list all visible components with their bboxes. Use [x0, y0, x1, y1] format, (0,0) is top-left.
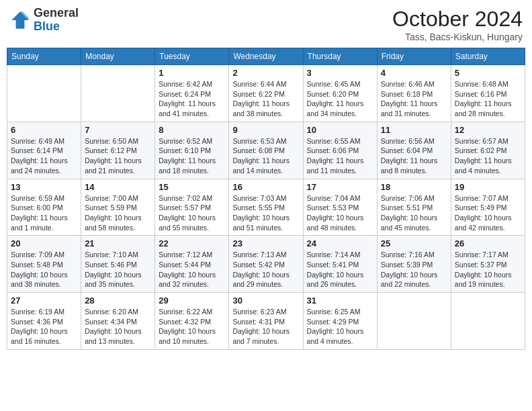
week-row-2: 6Sunrise: 6:49 AM Sunset: 6:14 PM Daylig…	[7, 122, 525, 179]
weekday-header-sunday: Sunday	[7, 48, 81, 65]
calendar-cell	[451, 293, 525, 350]
day-detail: Sunrise: 6:48 AM Sunset: 6:16 PM Dayligh…	[455, 79, 521, 119]
day-number: 30	[232, 295, 299, 306]
weekday-header-saturday: Saturday	[451, 48, 525, 65]
calendar-cell: 26Sunrise: 7:17 AM Sunset: 5:37 PM Dayli…	[451, 236, 525, 293]
calendar-cell: 16Sunrise: 7:03 AM Sunset: 5:55 PM Dayli…	[229, 179, 303, 236]
calendar-cell: 22Sunrise: 7:12 AM Sunset: 5:44 PM Dayli…	[155, 236, 229, 293]
week-row-4: 20Sunrise: 7:09 AM Sunset: 5:48 PM Dayli…	[7, 236, 525, 293]
calendar-cell: 3Sunrise: 6:45 AM Sunset: 6:20 PM Daylig…	[303, 65, 377, 122]
day-number: 26	[455, 238, 521, 248]
day-detail: Sunrise: 7:04 AM Sunset: 5:53 PM Dayligh…	[307, 193, 373, 233]
day-detail: Sunrise: 6:25 AM Sunset: 4:29 PM Dayligh…	[307, 307, 373, 347]
day-number: 18	[381, 182, 447, 192]
weekday-header-monday: Monday	[81, 48, 155, 65]
weekday-header-thursday: Thursday	[303, 48, 377, 65]
day-number: 13	[11, 182, 77, 192]
day-number: 20	[11, 238, 77, 248]
day-number: 5	[455, 68, 521, 78]
calendar-cell: 24Sunrise: 7:14 AM Sunset: 5:41 PM Dayli…	[303, 236, 377, 293]
calendar-cell: 15Sunrise: 7:02 AM Sunset: 5:57 PM Dayli…	[155, 179, 229, 236]
day-number: 14	[85, 182, 151, 192]
day-detail: Sunrise: 7:14 AM Sunset: 5:41 PM Dayligh…	[307, 250, 373, 289]
day-number: 21	[85, 238, 151, 248]
day-number: 7	[85, 125, 151, 135]
day-detail: Sunrise: 6:20 AM Sunset: 4:34 PM Dayligh…	[85, 307, 151, 347]
calendar-cell	[377, 293, 451, 350]
day-detail: Sunrise: 7:12 AM Sunset: 5:44 PM Dayligh…	[159, 250, 225, 289]
calendar-cell: 11Sunrise: 6:56 AM Sunset: 6:04 PM Dayli…	[377, 122, 451, 179]
day-number: 2	[232, 68, 299, 78]
day-detail: Sunrise: 6:23 AM Sunset: 4:31 PM Dayligh…	[232, 307, 299, 347]
day-detail: Sunrise: 6:57 AM Sunset: 6:02 PM Dayligh…	[455, 136, 521, 176]
calendar-cell: 20Sunrise: 7:09 AM Sunset: 5:48 PM Dayli…	[7, 236, 81, 293]
day-detail: Sunrise: 6:45 AM Sunset: 6:20 PM Dayligh…	[307, 79, 373, 119]
day-detail: Sunrise: 6:46 AM Sunset: 6:18 PM Dayligh…	[381, 79, 447, 119]
day-number: 31	[307, 295, 373, 306]
day-detail: Sunrise: 6:22 AM Sunset: 4:32 PM Dayligh…	[159, 307, 225, 347]
day-number: 11	[381, 125, 447, 135]
day-detail: Sunrise: 6:56 AM Sunset: 6:04 PM Dayligh…	[381, 136, 447, 176]
day-number: 16	[232, 182, 299, 192]
day-number: 24	[307, 238, 373, 248]
calendar-cell: 10Sunrise: 6:55 AM Sunset: 6:06 PM Dayli…	[303, 122, 377, 179]
day-number: 23	[232, 238, 299, 248]
day-detail: Sunrise: 7:09 AM Sunset: 5:48 PM Dayligh…	[11, 250, 77, 289]
calendar-cell	[81, 65, 155, 122]
calendar-cell: 14Sunrise: 7:00 AM Sunset: 5:59 PM Dayli…	[81, 179, 155, 236]
calendar-cell	[7, 65, 81, 122]
calendar-cell: 2Sunrise: 6:44 AM Sunset: 6:22 PM Daylig…	[229, 65, 303, 122]
day-number: 28	[85, 295, 151, 306]
day-detail: Sunrise: 7:00 AM Sunset: 5:59 PM Dayligh…	[85, 193, 151, 233]
day-number: 9	[232, 125, 299, 135]
calendar-cell: 30Sunrise: 6:23 AM Sunset: 4:31 PM Dayli…	[229, 293, 303, 350]
calendar-cell: 17Sunrise: 7:04 AM Sunset: 5:53 PM Dayli…	[303, 179, 377, 236]
calendar-cell: 1Sunrise: 6:42 AM Sunset: 6:24 PM Daylig…	[155, 65, 229, 122]
calendar-cell: 9Sunrise: 6:53 AM Sunset: 6:08 PM Daylig…	[229, 122, 303, 179]
day-detail: Sunrise: 6:52 AM Sunset: 6:10 PM Dayligh…	[159, 136, 225, 176]
week-row-5: 27Sunrise: 6:19 AM Sunset: 4:36 PM Dayli…	[7, 293, 525, 350]
day-detail: Sunrise: 7:02 AM Sunset: 5:57 PM Dayligh…	[159, 193, 225, 233]
calendar-cell: 25Sunrise: 7:16 AM Sunset: 5:39 PM Dayli…	[377, 236, 451, 293]
day-detail: Sunrise: 7:17 AM Sunset: 5:37 PM Dayligh…	[455, 250, 521, 289]
calendar-cell: 18Sunrise: 7:06 AM Sunset: 5:51 PM Dayli…	[377, 179, 451, 236]
day-detail: Sunrise: 6:53 AM Sunset: 6:08 PM Dayligh…	[232, 136, 299, 176]
week-row-3: 13Sunrise: 6:59 AM Sunset: 6:00 PM Dayli…	[7, 179, 525, 236]
calendar-cell: 29Sunrise: 6:22 AM Sunset: 4:32 PM Dayli…	[155, 293, 229, 350]
weekday-header-friday: Friday	[377, 48, 451, 65]
day-number: 8	[159, 125, 225, 135]
day-number: 15	[159, 182, 225, 192]
logo: General Blue	[9, 7, 79, 34]
calendar-cell: 8Sunrise: 6:52 AM Sunset: 6:10 PM Daylig…	[155, 122, 229, 179]
calendar-cell: 28Sunrise: 6:20 AM Sunset: 4:34 PM Dayli…	[81, 293, 155, 350]
calendar-cell: 7Sunrise: 6:50 AM Sunset: 6:12 PM Daylig…	[81, 122, 155, 179]
logo-text: General Blue	[34, 7, 79, 34]
day-detail: Sunrise: 7:03 AM Sunset: 5:55 PM Dayligh…	[232, 193, 299, 233]
weekday-header-row: SundayMondayTuesdayWednesdayThursdayFrid…	[7, 48, 525, 65]
day-detail: Sunrise: 6:59 AM Sunset: 6:00 PM Dayligh…	[11, 193, 77, 233]
calendar-cell: 6Sunrise: 6:49 AM Sunset: 6:14 PM Daylig…	[7, 122, 81, 179]
day-number: 25	[381, 238, 447, 248]
calendar-cell: 31Sunrise: 6:25 AM Sunset: 4:29 PM Dayli…	[303, 293, 377, 350]
day-detail: Sunrise: 6:55 AM Sunset: 6:06 PM Dayligh…	[307, 136, 373, 176]
calendar-cell: 5Sunrise: 6:48 AM Sunset: 6:16 PM Daylig…	[451, 65, 525, 122]
day-detail: Sunrise: 7:06 AM Sunset: 5:51 PM Dayligh…	[381, 193, 447, 233]
calendar-table: SundayMondayTuesdayWednesdayThursdayFrid…	[7, 48, 525, 350]
location-title: Tass, Bacs-Kiskun, Hungary	[392, 32, 523, 42]
day-number: 4	[381, 68, 447, 78]
day-number: 1	[159, 68, 225, 78]
day-number: 17	[307, 182, 373, 192]
day-number: 6	[11, 125, 77, 135]
day-number: 19	[455, 182, 521, 192]
day-detail: Sunrise: 6:44 AM Sunset: 6:22 PM Dayligh…	[232, 79, 299, 119]
day-detail: Sunrise: 7:10 AM Sunset: 5:46 PM Dayligh…	[85, 250, 151, 289]
title-block: October 2024 Tass, Bacs-Kiskun, Hungary	[392, 7, 523, 42]
day-detail: Sunrise: 6:49 AM Sunset: 6:14 PM Dayligh…	[11, 136, 77, 176]
svg-marker-0	[11, 11, 29, 29]
calendar-cell: 27Sunrise: 6:19 AM Sunset: 4:36 PM Dayli…	[7, 293, 81, 350]
calendar-cell: 21Sunrise: 7:10 AM Sunset: 5:46 PM Dayli…	[81, 236, 155, 293]
calendar-cell: 12Sunrise: 6:57 AM Sunset: 6:02 PM Dayli…	[451, 122, 525, 179]
day-number: 10	[307, 125, 373, 135]
calendar-cell: 4Sunrise: 6:46 AM Sunset: 6:18 PM Daylig…	[377, 65, 451, 122]
weekday-header-tuesday: Tuesday	[155, 48, 229, 65]
